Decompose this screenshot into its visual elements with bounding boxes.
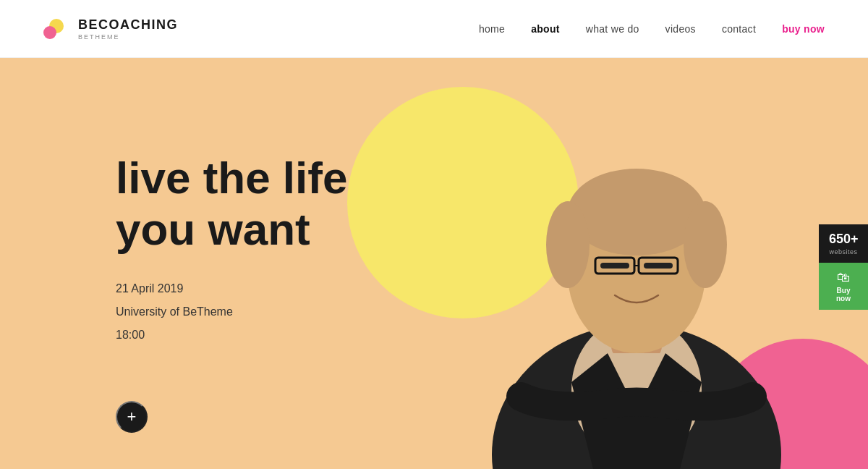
hero-detail-venue: University of BeTheme <box>116 300 347 324</box>
logo-icon <box>43 19 69 39</box>
nav-item-buy-now[interactable]: buy now <box>782 23 825 35</box>
widget-buy-now[interactable]: 🛍 Buy now <box>819 263 868 310</box>
logo[interactable]: BECOACHING BETHEME <box>43 17 178 41</box>
hero-headline-line2: you want <box>116 204 310 254</box>
nav-item-about[interactable]: about <box>531 23 560 35</box>
hero-headline-line1: live the life <box>116 153 347 203</box>
svg-rect-7 <box>600 263 629 269</box>
svg-point-5 <box>546 201 590 288</box>
nav-item-what-we-do[interactable]: what we do <box>586 23 639 35</box>
widget-counter: 650+ <box>829 232 858 247</box>
svg-point-6 <box>684 201 727 288</box>
hero-details: 21 April 2019 University of BeTheme 18:0… <box>116 277 347 347</box>
side-widgets: 650+ websites 🛍 Buy now <box>819 224 868 310</box>
main-nav: home about what we do videos contact buy… <box>479 23 825 35</box>
hero-section: live the life you want 21 April 2019 Uni… <box>0 58 868 469</box>
buy-label: Buy now <box>829 287 858 303</box>
hero-detail-time: 18:00 <box>116 324 347 347</box>
logo-circle-pink <box>43 26 56 39</box>
svg-rect-8 <box>644 263 673 269</box>
nav-item-home[interactable]: home <box>479 23 505 35</box>
logo-subtitle: BETHEME <box>78 33 178 41</box>
hero-detail-date: 21 April 2019 <box>116 277 347 300</box>
hero-content: live the life you want 21 April 2019 Uni… <box>116 152 347 347</box>
hero-person <box>463 78 810 469</box>
hero-headline: live the life you want <box>116 152 347 255</box>
logo-title: BECOACHING <box>78 17 178 33</box>
logo-text: BECOACHING BETHEME <box>78 17 178 41</box>
plus-button[interactable]: + <box>116 401 148 433</box>
buy-icon: 🛍 <box>829 270 858 285</box>
nav-item-contact[interactable]: contact <box>722 23 756 35</box>
widget-650-websites[interactable]: 650+ websites <box>819 224 868 263</box>
nav-item-videos[interactable]: videos <box>665 23 696 35</box>
site-header: BECOACHING BETHEME home about what we do… <box>0 0 868 58</box>
widget-counter-label: websites <box>829 248 858 255</box>
